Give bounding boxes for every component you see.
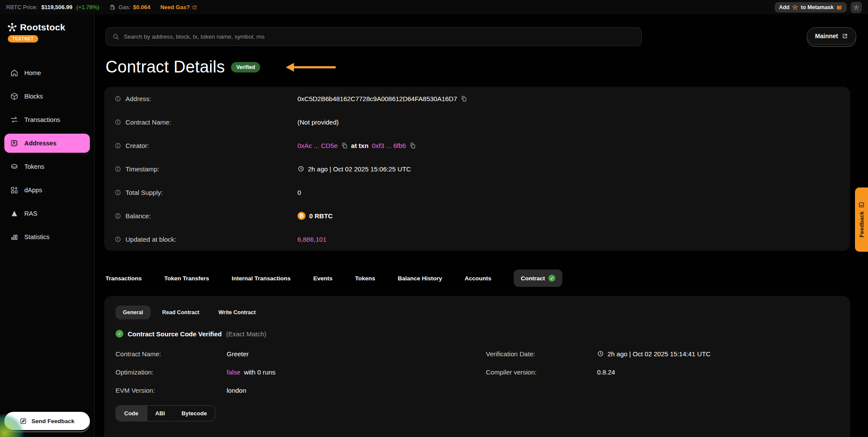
clock-icon [597,350,604,357]
gas-value: $0.064 [133,4,150,10]
gas-label: Gas: [119,4,130,10]
rbtc-price-label: RBTC Price: [6,4,37,10]
sidebar-item-label: Statistics [24,233,50,240]
updated-block-label: Updated at block: [125,236,176,243]
feedback-side-tab[interactable]: Feedback [855,187,868,252]
subtab-write-contract[interactable]: Write Contract [211,306,263,319]
exact-match-text: (Exact Match) [226,330,267,338]
feedback-tab-label: Feedback [858,211,865,237]
tab-accounts[interactable]: Accounts [465,275,492,282]
optimization-label: Optimization: [116,368,227,376]
tab-contract[interactable]: Contract ✓ [514,269,562,287]
sidebar-item-home[interactable]: Home [4,63,90,82]
sidebar-item-blocks[interactable]: Blocks [4,87,90,106]
sidebar-item-statistics[interactable]: Statistics [4,227,90,246]
rootstock-logo-icon [792,4,798,10]
source-verified-line: ✓ Contract Source Code Verified (Exact M… [116,330,839,338]
info-icon [115,236,121,243]
detail-row-balance: Balance: ₿ 0 RBTC [115,204,840,227]
verified-badge: Verified [231,62,260,72]
balance-value: 0 RBTC [309,212,333,220]
home-icon [10,69,19,77]
theme-toggle-icon [853,4,859,10]
sidebar-item-label: RAS [24,210,37,217]
copy-icon[interactable] [461,95,467,102]
subtab-read-contract[interactable]: Read Contract [155,306,207,319]
row-optimization: Optimization: false with 0 runs [116,363,469,381]
verification-right-column: Verification Date: 2h ago | Oct 02 2025 … [486,345,839,399]
total-supply-label: Total Supply: [125,189,163,196]
mainnet-label: Mainnet [815,33,838,39]
row-evm-version: EVM Version: london [116,381,469,399]
tab-transactions[interactable]: Transactions [106,275,142,282]
check-icon: ✓ [116,330,123,338]
dapps-icon [10,186,19,194]
statistics-icon [10,233,19,241]
need-gas-link[interactable]: Need Gas? [160,4,197,10]
verification-date-label: Verification Date: [486,350,597,358]
copy-icon[interactable] [341,142,348,149]
tab-events[interactable]: Events [313,275,332,282]
to-metamask-label: to Metamask [801,4,834,10]
sidebar-item-tokens[interactable]: Tokens [4,157,90,176]
info-icon [115,95,121,102]
verification-date-value: 2h ago | Oct 02 2025 15:14:41 UTC [607,350,710,358]
metamask-fox-icon [836,4,842,10]
mainnet-button[interactable]: Mainnet [807,27,856,45]
tab-token-transfers[interactable]: Token Transfers [164,275,209,282]
sidebar-nav: Home Blocks Transactions Addresses Token… [0,63,94,246]
segment-bytecode[interactable]: Bytecode [173,406,215,421]
add-label: Add [779,4,789,10]
search-input[interactable] [124,33,635,40]
evm-version-value: london [227,387,469,394]
sidebar-item-label: Blocks [24,93,43,100]
sidebar-item-ras[interactable]: RAS [4,204,90,223]
segment-abi[interactable]: ABI [147,406,173,421]
search-icon [112,33,119,40]
check-icon: ✓ [548,275,555,282]
copy-icon[interactable] [409,142,416,149]
optimization-flag: false [227,368,241,376]
creator-address-link[interactable]: 0xAc ... CD5e [297,142,338,149]
brand: Rootstock TESTNET [0,14,94,43]
info-icon [115,142,121,149]
title-row: Contract Details Verified [106,58,337,76]
contract-subtabs: General Read Contract Write Contract [116,306,839,319]
gas-pump-icon [109,4,116,10]
creation-txn-link[interactable]: 0xf3 ... 6fb6 [372,142,406,149]
sidebar-item-addresses[interactable]: Addresses [4,134,90,153]
updated-block-link[interactable]: 6,886,101 [297,236,327,243]
sidebar-item-label: Addresses [24,140,56,147]
segment-code[interactable]: Code [116,406,147,421]
detail-row-updated-block: Updated at block: 6,886,101 [115,227,840,251]
tab-tokens[interactable]: Tokens [355,275,375,282]
optimization-runs: with 0 runs [244,368,276,376]
sidebar-item-dapps[interactable]: dApps [4,181,90,200]
creator-label: Creator: [125,142,149,149]
rootstock-logo-icon [7,22,17,33]
row-verification-date: Verification Date: 2h ago | Oct 02 2025 … [486,345,839,363]
contract-name-label: Contract Name: [125,118,171,126]
source-verified-text: Contract Source Code Verified [128,330,222,338]
info-icon [115,213,121,219]
tab-internal-transactions[interactable]: Internal Transactions [232,275,291,282]
blocks-icon [10,92,19,101]
rbtc-coin-icon: ₿ [297,212,306,220]
address-tabs: Transactions Token Transfers Internal Tr… [106,268,850,288]
theme-toggle-button[interactable] [851,2,862,13]
sidebar-item-label: Tokens [24,163,44,170]
verification-left-column: Contract Name: Greeter Optimization: fal… [116,345,469,399]
total-supply-value: 0 [297,189,301,196]
external-link-icon [192,5,197,10]
external-link-icon [842,33,848,39]
timestamp-value: 2h ago | Oct 02 2025 15:06:25 UTC [308,165,411,173]
subtab-general[interactable]: General [116,306,151,319]
transactions-icon [10,115,19,124]
tokens-icon [10,162,19,171]
tab-contract-label: Contract [521,275,545,282]
sidebar-item-transactions[interactable]: Transactions [4,110,90,129]
address-value: 0xC5D2B6b48162C7728c9A008612D64FA8530A16… [297,95,457,102]
tab-balance-history[interactable]: Balance History [398,275,442,282]
add-to-metamask-button[interactable]: Add to Metamask [775,2,847,13]
sidebar-item-label: Transactions [24,116,60,123]
